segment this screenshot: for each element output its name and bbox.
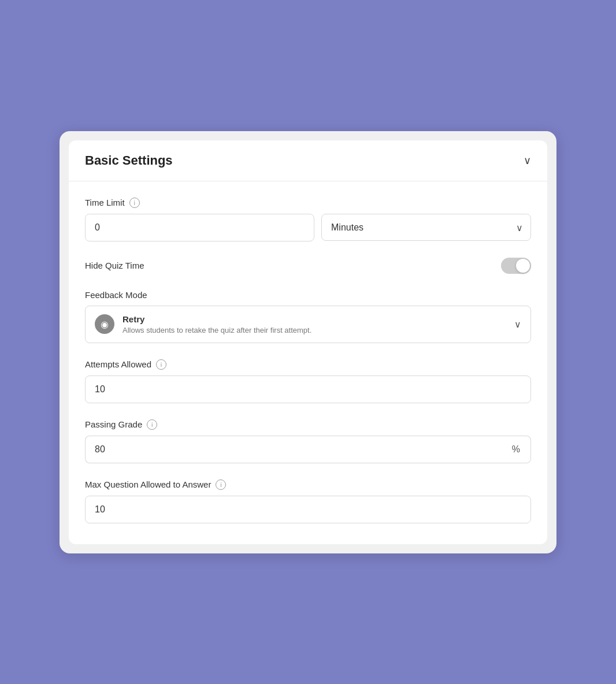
feedback-mode-dropdown[interactable]: ◉ Retry Allows students to retake the qu… bbox=[85, 306, 531, 343]
hide-quiz-time-row: Hide Quiz Time bbox=[85, 258, 531, 274]
max-question-input[interactable] bbox=[85, 496, 531, 523]
feedback-mode-desc: Allows students to retake the quiz after… bbox=[123, 326, 311, 334]
percent-suffix: % bbox=[502, 436, 531, 463]
section-header: Basic Settings ∨ bbox=[69, 140, 547, 181]
max-question-group: Max Question Allowed to Answer i bbox=[85, 479, 531, 523]
outer-card: Basic Settings ∨ Time Limit i Minutes Ho… bbox=[60, 131, 556, 553]
attempts-allowed-label: Attempts Allowed i bbox=[85, 359, 531, 370]
feedback-chevron-icon: ∨ bbox=[514, 319, 521, 330]
section-body: Time Limit i Minutes Hours Seconds ∨ bbox=[69, 181, 547, 544]
collapse-chevron-icon[interactable]: ∨ bbox=[524, 154, 531, 167]
feedback-mode-group: Feedback Mode ◉ Retry Allows students to… bbox=[85, 290, 531, 343]
time-limit-group: Time Limit i Minutes Hours Seconds ∨ bbox=[85, 198, 531, 241]
feedback-text-block: Retry Allows students to retake the quiz… bbox=[123, 314, 311, 334]
time-limit-label: Time Limit i bbox=[85, 198, 531, 208]
feedback-left: ◉ Retry Allows students to retake the qu… bbox=[95, 314, 311, 334]
hide-quiz-time-toggle[interactable] bbox=[501, 258, 531, 274]
toggle-knob bbox=[516, 259, 530, 273]
passing-grade-info-icon[interactable]: i bbox=[147, 419, 157, 430]
section-title: Basic Settings bbox=[85, 153, 173, 168]
time-limit-value-input[interactable] bbox=[85, 214, 314, 241]
attempts-allowed-input[interactable] bbox=[85, 376, 531, 403]
time-limit-row: Minutes Hours Seconds ∨ bbox=[85, 214, 531, 241]
passing-grade-input-wrapper: % bbox=[85, 436, 531, 463]
attempts-allowed-group: Attempts Allowed i bbox=[85, 359, 531, 403]
feedback-eye-icon-wrapper: ◉ bbox=[95, 314, 114, 334]
hide-quiz-time-label: Hide Quiz Time bbox=[85, 261, 144, 270]
passing-grade-label: Passing Grade i bbox=[85, 419, 531, 430]
time-unit-select[interactable]: Minutes Hours Seconds bbox=[321, 214, 531, 241]
time-unit-select-wrapper: Minutes Hours Seconds ∨ bbox=[321, 214, 531, 241]
feedback-mode-label: Feedback Mode bbox=[85, 290, 531, 300]
inner-card: Basic Settings ∨ Time Limit i Minutes Ho… bbox=[69, 140, 547, 544]
passing-grade-group: Passing Grade i % bbox=[85, 419, 531, 463]
max-question-info-icon[interactable]: i bbox=[216, 479, 226, 490]
eye-icon: ◉ bbox=[101, 319, 109, 330]
passing-grade-input[interactable] bbox=[85, 436, 502, 463]
time-limit-info-icon[interactable]: i bbox=[129, 198, 140, 208]
attempts-allowed-info-icon[interactable]: i bbox=[156, 359, 166, 370]
feedback-mode-name: Retry bbox=[123, 314, 311, 324]
max-question-label: Max Question Allowed to Answer i bbox=[85, 479, 531, 490]
